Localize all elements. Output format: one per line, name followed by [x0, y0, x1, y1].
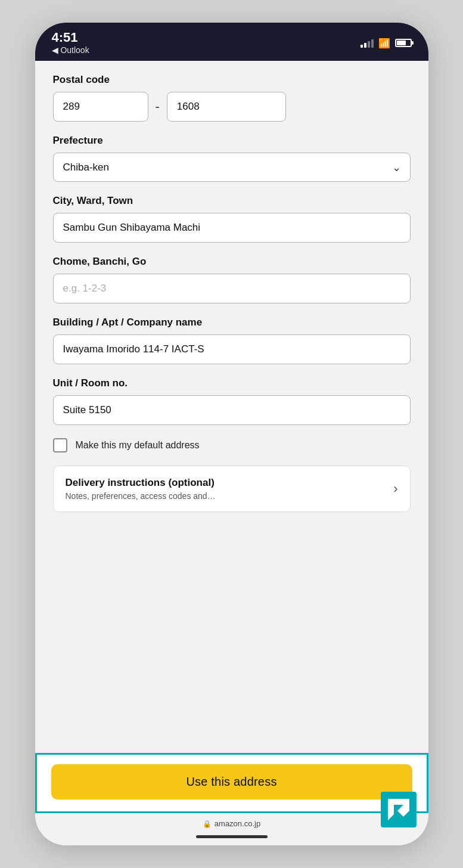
postal-code-label: Postal code	[53, 74, 411, 86]
default-address-checkbox[interactable]	[53, 438, 67, 452]
domain-text: amazon.co.jp	[215, 819, 260, 828]
unit-input[interactable]	[53, 395, 411, 425]
city-group: City, Ward, Town	[53, 195, 411, 243]
postal-code-row: -	[53, 92, 411, 122]
chome-label: Chome, Banchi, Go	[53, 256, 411, 268]
corner-arrow-svg	[381, 792, 417, 827]
postal-code-group: Postal code -	[53, 74, 411, 122]
building-input[interactable]	[53, 334, 411, 364]
prefecture-select-wrapper: Chiba-ken Tokyo-to Kanagawa-ken Saitama-…	[53, 153, 411, 182]
status-bar: 4:51 ◀ Outlook 📶	[35, 23, 428, 61]
status-left: 4:51 ◀ Outlook	[52, 31, 89, 55]
delivery-card-text: Delivery instructions (optional) Notes, …	[66, 477, 216, 501]
city-label: City, Ward, Town	[53, 195, 411, 207]
prefecture-select[interactable]: Chiba-ken Tokyo-to Kanagawa-ken Saitama-…	[53, 153, 411, 182]
bottom-bar: Use this address	[35, 753, 428, 813]
default-address-row: Make this my default address	[53, 438, 411, 452]
building-label: Building / Apt / Company name	[53, 317, 411, 328]
wifi-icon: 📶	[378, 38, 390, 49]
default-address-label: Make this my default address	[76, 440, 200, 451]
chevron-right-icon: ›	[393, 481, 397, 497]
chome-input[interactable]	[53, 274, 411, 303]
status-icons: 📶	[361, 38, 412, 49]
battery-icon	[395, 39, 412, 47]
form-content: Postal code - Prefecture Chiba-ken Tokyo…	[35, 61, 428, 753]
unit-label: Unit / Room no.	[53, 377, 411, 389]
phone-frame: 4:51 ◀ Outlook 📶 Postal code - Prefec	[35, 23, 428, 845]
footer: 🔒 amazon.co.jp	[35, 813, 428, 845]
unit-group: Unit / Room no.	[53, 377, 411, 425]
postal-code-part1[interactable]	[53, 92, 148, 122]
footer-url: 🔒 amazon.co.jp	[203, 819, 260, 828]
delivery-instructions-subtitle: Notes, preferences, access codes and…	[66, 491, 216, 501]
use-address-button[interactable]: Use this address	[51, 764, 412, 799]
prefecture-group: Prefecture Chiba-ken Tokyo-to Kanagawa-k…	[53, 135, 411, 182]
back-button[interactable]: ◀ Outlook	[52, 45, 89, 55]
home-indicator	[196, 835, 268, 838]
status-time: 4:51	[52, 31, 89, 44]
building-group: Building / Apt / Company name	[53, 317, 411, 364]
delivery-instructions-card[interactable]: Delivery instructions (optional) Notes, …	[53, 466, 411, 512]
postal-dash: -	[156, 99, 160, 114]
lock-icon: 🔒	[203, 820, 212, 828]
prefecture-label: Prefecture	[53, 135, 411, 147]
postal-code-part2[interactable]	[167, 92, 286, 122]
signal-icon	[361, 38, 374, 48]
chome-group: Chome, Banchi, Go	[53, 256, 411, 303]
corner-logo	[381, 792, 417, 827]
delivery-instructions-title: Delivery instructions (optional)	[66, 477, 216, 489]
city-input[interactable]	[53, 213, 411, 243]
